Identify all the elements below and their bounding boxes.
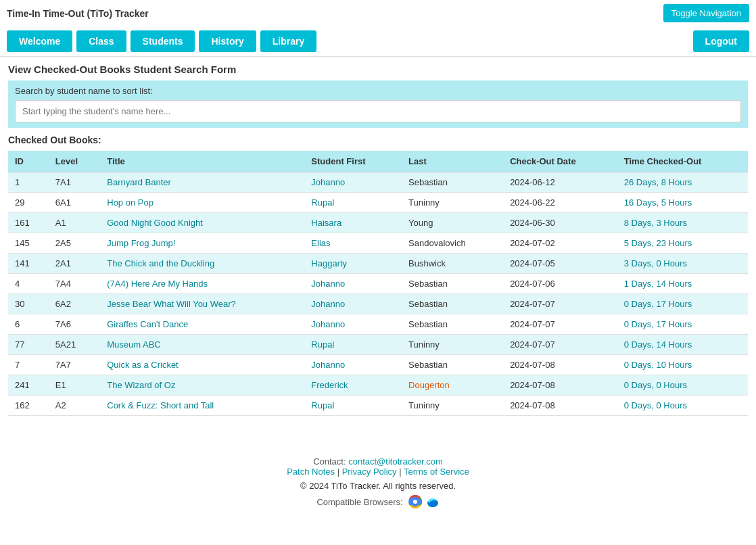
app-title: Time-In Time-Out (TiTo) Tracker	[7, 8, 149, 19]
table-row: 6 7A6 Giraffes Can't Dance Johanno Sebas…	[8, 314, 748, 335]
cell-id: 161	[8, 213, 49, 233]
welcome-nav-button[interactable]: Welcome	[7, 30, 72, 52]
table-row: 30 6A2 Jesse Bear What Will You Wear? Jo…	[8, 294, 748, 314]
table-row: 77 5A21 Museum ABC Rupal Tuninny 2024-07…	[8, 335, 748, 355]
page-heading: View Checked-Out Books Student Search Fo…	[8, 64, 748, 75]
cell-last: Sebastian	[402, 172, 503, 193]
cell-last: Sebastian	[402, 274, 503, 294]
cell-id: 7	[8, 355, 49, 375]
col-level: Level	[49, 151, 100, 172]
cell-last: Tuninny	[402, 335, 503, 355]
cell-level: 5A21	[49, 335, 100, 355]
cell-id: 145	[8, 233, 49, 254]
table-body: 1 7A1 Barnyard Banter Johanno Sebastian …	[8, 172, 748, 416]
cell-level: 2A5	[49, 233, 100, 254]
table-row: 29 6A1 Hop on Pop Rupal Tuninny 2024-06-…	[8, 193, 748, 213]
cell-last: Sandovalovich	[402, 233, 503, 254]
logout-button[interactable]: Logout	[693, 30, 749, 52]
checked-out-label: Checked Out Books:	[8, 135, 748, 145]
cell-level: A1	[49, 213, 100, 233]
cell-level: 6A1	[49, 193, 100, 213]
cell-last: Young	[402, 213, 503, 233]
table-row: 1 7A1 Barnyard Banter Johanno Sebastian …	[8, 172, 748, 193]
table-row: 241 E1 The Wizard of Oz Frederick Douger…	[8, 375, 748, 396]
cell-last: Sebastian	[402, 355, 503, 375]
cell-level: E1	[49, 375, 100, 396]
footer: Contact: contact@titotracker.com Patch N…	[0, 450, 756, 515]
col-first: Student First	[304, 151, 402, 172]
cell-time-checked: 3 Days, 0 Hours	[617, 254, 748, 274]
cell-id: 29	[8, 193, 49, 213]
cell-level: 6A2	[49, 294, 100, 314]
cell-checkout-date: 2024-06-12	[503, 172, 617, 193]
cell-id: 6	[8, 314, 49, 335]
cell-time-checked: 16 Days, 5 Hours	[617, 193, 748, 213]
cell-first: Rupal	[304, 193, 402, 213]
cell-last: Tuninny	[402, 396, 503, 416]
students-nav-button[interactable]: Students	[131, 30, 195, 52]
cell-checkout-date: 2024-07-08	[503, 355, 617, 375]
cell-checkout-date: 2024-07-07	[503, 314, 617, 335]
col-last: Last	[402, 151, 503, 172]
cell-checkout-date: 2024-07-06	[503, 274, 617, 294]
cell-checkout-date: 2024-07-07	[503, 335, 617, 355]
cell-time-checked: 0 Days, 10 Hours	[617, 355, 748, 375]
browsers-label: Compatible Browsers:	[316, 497, 402, 507]
cell-title: Giraffes Can't Dance	[100, 314, 304, 335]
col-id: ID	[8, 151, 49, 172]
cell-title: Jesse Bear What Will You Wear?	[100, 294, 304, 314]
cell-first: Johanno	[304, 314, 402, 335]
cell-level: 7A6	[49, 314, 100, 335]
privacy-policy-link[interactable]: Privacy Policy	[342, 467, 397, 477]
contact-email-link[interactable]: contact@titotracker.com	[348, 456, 443, 467]
cell-checkout-date: 2024-07-08	[503, 396, 617, 416]
history-nav-button[interactable]: History	[199, 30, 256, 52]
cell-title: The Wizard of Oz	[100, 375, 304, 396]
cell-first: Haisara	[304, 213, 402, 233]
table-row: 7 7A7 Quick as a Cricket Johanno Sebasti…	[8, 355, 748, 375]
cell-checkout-date: 2024-06-30	[503, 213, 617, 233]
cell-title: Quick as a Cricket	[100, 355, 304, 375]
separator2: |	[399, 467, 404, 477]
col-title: Title	[100, 151, 304, 172]
cell-time-checked: 0 Days, 17 Hours	[617, 294, 748, 314]
library-nav-button[interactable]: Library	[260, 30, 316, 52]
table-row: 141 2A1 The Chick and the Duckling Hagga…	[8, 254, 748, 274]
table-header-row: ID Level Title Student First Last Check-…	[8, 151, 748, 172]
cell-first: Elias	[304, 233, 402, 254]
svg-point-2	[413, 500, 417, 504]
cell-checkout-date: 2024-07-05	[503, 254, 617, 274]
cell-title: Cork & Fuzz: Short and Tall	[100, 396, 304, 416]
cell-level: 2A1	[49, 254, 100, 274]
col-time-checked: Time Checked-Out	[617, 151, 748, 172]
search-input[interactable]	[15, 100, 741, 122]
cell-title: (7A4) Here Are My Hands	[100, 274, 304, 294]
cell-time-checked: 0 Days, 14 Hours	[617, 335, 748, 355]
contact-label: Contact:	[313, 456, 346, 467]
table-row: 161 A1 Good Night Good Knight Haisara Yo…	[8, 213, 748, 233]
cell-id: 77	[8, 335, 49, 355]
separator1: |	[337, 467, 342, 477]
class-nav-button[interactable]: Class	[76, 30, 126, 52]
terms-link[interactable]: Terms of Service	[404, 467, 469, 477]
cell-first: Frederick	[304, 375, 402, 396]
cell-title: Hop on Pop	[100, 193, 304, 213]
cell-title: Museum ABC	[100, 335, 304, 355]
cell-title: The Chick and the Duckling	[100, 254, 304, 274]
cell-id: 141	[8, 254, 49, 274]
cell-last: Sebastian	[402, 294, 503, 314]
cell-time-checked: 0 Days, 0 Hours	[617, 375, 748, 396]
cell-time-checked: 26 Days, 8 Hours	[617, 172, 748, 193]
table-row: 4 7A4 (7A4) Here Are My Hands Johanno Se…	[8, 274, 748, 294]
toggle-nav-button[interactable]: Toggle Navigation	[663, 4, 749, 22]
cell-first: Rupal	[304, 335, 402, 355]
cell-title: Good Night Good Knight	[100, 213, 304, 233]
col-checkout-date: Check-Out Date	[503, 151, 617, 172]
cell-checkout-date: 2024-07-02	[503, 233, 617, 254]
patch-notes-link[interactable]: Patch Notes	[287, 467, 335, 477]
table-row: 145 2A5 Jump Frog Jump! Elias Sandovalov…	[8, 233, 748, 254]
cell-time-checked: 5 Days, 23 Hours	[617, 233, 748, 254]
cell-id: 30	[8, 294, 49, 314]
cell-first: Johanno	[304, 355, 402, 375]
cell-time-checked: 8 Days, 3 Hours	[617, 213, 748, 233]
